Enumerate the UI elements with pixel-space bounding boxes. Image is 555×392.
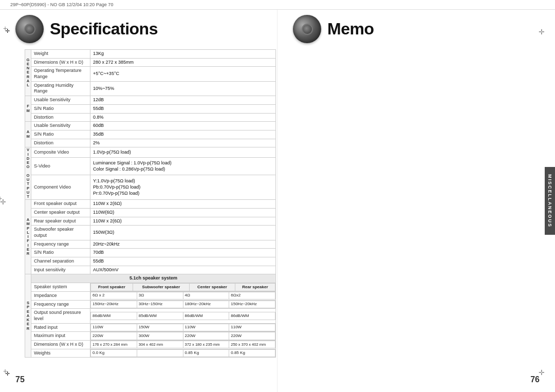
fm-distortion-row: Distortion 0.8%: [25, 113, 276, 122]
dim-sub: 304 x 402 mm: [137, 341, 183, 348]
amp-input-row: Input sensitivity AUX/500mV: [25, 266, 276, 274]
misc-tab: MISCELLANEOUS: [545, 167, 555, 235]
amp-center-row: Center speaker output 110W(6Ω): [25, 208, 276, 217]
rear-speaker-value: 110W x 2(6Ω): [90, 217, 276, 226]
right-page-number: 76: [530, 375, 540, 384]
amplifier-label: AMPLIFIER: [25, 200, 31, 274]
rated-front: 110W: [91, 324, 137, 331]
max-front: 220W: [91, 332, 137, 340]
max-input-label: Maximum input: [31, 332, 90, 341]
amp-sub-row: Subwoofer speaker output 150W(3Ω): [25, 226, 276, 240]
speaker-col-headers-row: Speaker system Front speaker Subwoofer s…: [25, 283, 276, 292]
temp-value: +5°C~+35°C: [90, 67, 276, 81]
component-value: Y:1.0Vp-p(75Ω load)Pb:0.70Vp-p(75Ω load)…: [90, 175, 276, 200]
col-center: Center speaker: [190, 284, 235, 291]
impedance-center: 4Ω: [183, 292, 229, 299]
weight-front: 0.0 Kg: [91, 349, 137, 357]
rated-center: 110W: [183, 324, 229, 331]
dim-center: 372 x 180 x 235 mm: [183, 341, 229, 348]
fm-sensitivity-row: FM Usable Sensitivity 12dB: [25, 96, 276, 105]
amp-freq-row: Frequency range 20Hz~20kHz: [25, 240, 276, 249]
amp-channel-label: Channel separation: [31, 257, 90, 266]
fm-distortion-label: Distortion: [31, 113, 90, 122]
rated-sub: 150W: [137, 324, 183, 331]
left-page-number: 75: [15, 375, 25, 384]
speaker-max-row: Maximum input 220W 300W 220W 220W: [25, 332, 276, 341]
rear-speaker-label: Rear speaker output: [31, 217, 90, 226]
dimensions-label: Dimensions (W x H x D): [31, 58, 90, 67]
amp-front-row: AMPLIFIER Front speaker output 110W x 2(…: [25, 200, 276, 209]
speaker-weight-values-cell: 0.0 Kg 0.85 Kg 0.85 Kg: [90, 349, 276, 358]
amp-rear-row: Rear speaker output 110W x 2(6Ω): [25, 217, 276, 226]
crosshair-tr: ✛: [539, 28, 545, 36]
fm-sensitivity-label: Usable Sensitivity: [31, 96, 90, 105]
weight-rear: 0.85 Kg: [229, 349, 275, 357]
subwoofer-value: 150W(3Ω): [90, 226, 276, 240]
spl-rear: 86dB/WM: [229, 312, 275, 320]
speaker-header-row: SPEAKER 5.1ch speaker system: [25, 274, 276, 283]
spl-label: Output sound pressure level: [31, 309, 90, 323]
page-container: 29P~60P(D5990) - NO GB 12/2/04 10:20 Pag…: [0, 0, 555, 392]
humidity-label: Operating Humidity Range: [31, 81, 90, 96]
general-temp-row: Operating Temperature Range +5°C~+35°C: [25, 67, 276, 81]
freq-center: 180Hz~20kHz: [183, 301, 229, 308]
amp-sn-value: 70dB: [90, 249, 276, 257]
max-rear: 220W: [229, 332, 275, 340]
center-speaker-value: 110W(6Ω): [90, 208, 276, 217]
weight-value: 13Kg: [90, 50, 276, 59]
rated-values-cell: 110W 150W 110W 110W: [90, 323, 276, 332]
crosshair-center-left: ✛: [0, 198, 6, 204]
speaker-cols-cell: Front speaker Subwoofer speaker Center s…: [90, 283, 276, 292]
amp-freq-label: Frequency range: [31, 240, 90, 249]
video-svideo-row: S-Video Luminance Signal : 1.0Vp-p(75Ω l…: [25, 158, 276, 175]
misc-label: MISCELLANEOUS: [547, 174, 552, 228]
right-page-header: Memo: [293, 15, 545, 43]
humidity-value: 10%~75%: [90, 81, 276, 96]
memo-title: Memo: [327, 20, 374, 39]
am-sensitivity-row: AM Usable Sensitivity 60dB: [25, 122, 276, 130]
amp-channel-value: 55dB: [90, 257, 276, 266]
weight-center: 0.85 Kg: [183, 349, 229, 357]
amp-input-label: Input sensitivity: [31, 266, 90, 274]
col-rear: Rear speaker: [235, 284, 275, 291]
amp-input-value: AUX/500mV: [90, 266, 276, 274]
impedance-values-cell: 6Ω x 2 3Ω 4Ω 6Ωx2: [90, 291, 276, 300]
speaker-freq-row: Frequency range 150Hz~20kHz 30Hz~150Hz 1…: [25, 300, 276, 309]
temp-label: Operating Temperature Range: [31, 67, 90, 81]
amp-freq-value: 20Hz~20kHz: [90, 240, 276, 249]
subwoofer-label: Subwoofer speaker output: [31, 226, 90, 240]
general-weight-row: GENERAL Weight 13Kg: [25, 50, 276, 59]
rated-label: Rated input: [31, 323, 90, 332]
am-distortion-row: Distortion 2%: [25, 139, 276, 147]
specifications-table: GENERAL Weight 13Kg Dimensions (W x H x …: [25, 49, 276, 358]
memo-icon: [293, 15, 321, 43]
front-speaker-label: Front speaker output: [31, 200, 90, 209]
am-sn-row: S/N Ratio 35dB: [25, 130, 276, 139]
speaker-cat-label: SPEAKER: [25, 274, 31, 358]
top-bar-text: 29P~60P(D5990) - NO GB 12/2/04 10:20 Pag…: [10, 2, 113, 7]
impedance-front: 6Ω x 2: [91, 292, 137, 299]
top-bar: 29P~60P(D5990) - NO GB 12/2/04 10:20 Pag…: [0, 0, 555, 10]
col-front: Front speaker: [91, 284, 133, 291]
spl-front: 86dB/WM: [91, 312, 137, 320]
dimensions-value: 280 x 272 x 385mm: [90, 58, 276, 67]
am-label: AM: [25, 122, 31, 147]
freq-sub: 30Hz~150Hz: [137, 301, 183, 308]
fm-sensitivity-value: 12dB: [90, 96, 276, 105]
spl-sub: 85dB/WM: [137, 312, 183, 320]
weight-sub: [137, 349, 183, 357]
center-speaker-label: Center speaker output: [31, 208, 90, 217]
freq-rear: 150Hz~20kHz: [229, 301, 275, 308]
main-content: ✛ ✛ ✛ Specifications GENERAL Wei: [0, 10, 555, 392]
speaker-impedance-row: Impedance 6Ω x 2 3Ω 4Ω 6Ωx2: [25, 291, 276, 300]
component-label: Component Video: [31, 175, 90, 200]
fm-sn-row: S/N Ratio 55dB: [25, 104, 276, 113]
am-sn-label: S/N Ratio: [31, 130, 90, 139]
general-humidity-row: Operating Humidity Range 10%~75%: [25, 81, 276, 96]
video-composite-row: VIDEOOUTPUT Composite Video 1.0Vp-p(75Ω …: [25, 147, 276, 158]
am-distortion-value: 2%: [90, 139, 276, 147]
fm-label: FM: [25, 96, 31, 122]
amp-channel-row: Channel separation 55dB: [25, 257, 276, 266]
rated-rear: 110W: [229, 324, 275, 331]
left-page-header: Specifications: [15, 15, 267, 43]
